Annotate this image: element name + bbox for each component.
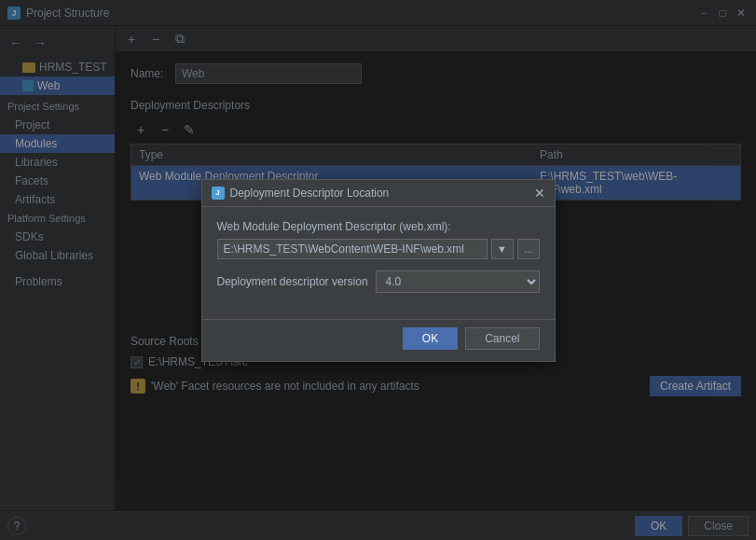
modal-version-select[interactable]: 4.0 [376, 270, 540, 293]
modal-dropdown-button[interactable]: ▼ [491, 239, 514, 259]
modal-body: Web Module Deployment Descriptor (web.xm… [202, 207, 555, 319]
deployment-descriptor-modal: J Deployment Descriptor Location ✕ Web M… [201, 179, 556, 362]
modal-cancel-button[interactable]: Cancel [465, 327, 539, 350]
modal-overlay: J Deployment Descriptor Location ✕ Web M… [0, 0, 756, 540]
modal-version-label: Deployment descriptor version [217, 275, 368, 288]
modal-browse-button[interactable]: ... [517, 239, 540, 259]
modal-field-label: Web Module Deployment Descriptor (web.xm… [217, 220, 540, 233]
modal-title-content: J Deployment Descriptor Location [212, 187, 390, 200]
modal-path-input[interactable] [217, 239, 488, 259]
modal-input-row: ▼ ... [217, 239, 540, 259]
modal-app-icon: J [212, 187, 225, 200]
modal-ok-button[interactable]: OK [403, 327, 458, 350]
modal-close-button[interactable]: ✕ [534, 186, 545, 201]
modal-footer: OK Cancel [202, 319, 555, 361]
modal-title-text: Deployment Descriptor Location [230, 187, 390, 200]
modal-version-row: Deployment descriptor version 4.0 [217, 270, 540, 293]
modal-title-bar: J Deployment Descriptor Location ✕ [202, 180, 555, 207]
